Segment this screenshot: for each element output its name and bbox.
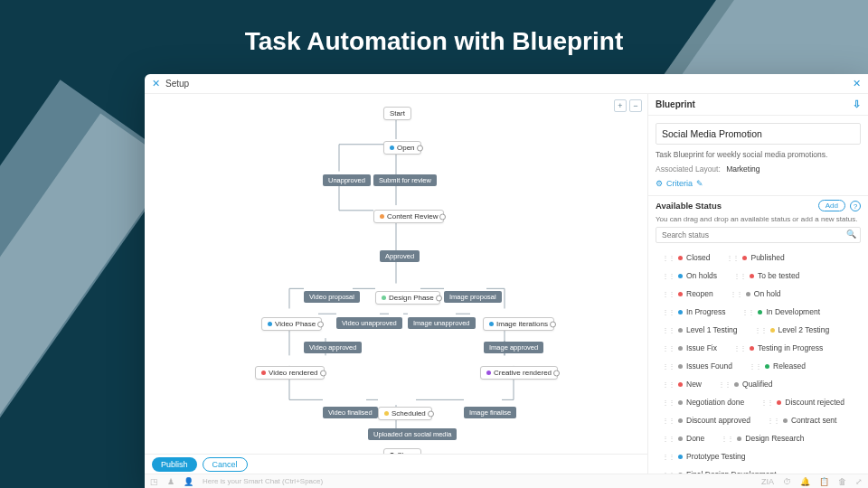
expand-icon[interactable]: ⤢ — [855, 477, 863, 486]
status-chip-label: Closed — [686, 253, 710, 262]
smart-chat-hint[interactable]: Here is your Smart Chat (Ctrl+Space) — [203, 477, 323, 485]
close-icon[interactable]: ✕ — [853, 78, 861, 89]
criteria-link[interactable]: Criteria — [666, 179, 693, 188]
download-icon[interactable]: ⇩ — [853, 99, 861, 110]
transition-label[interactable]: Video approved — [304, 342, 362, 353]
status-chip[interactable]: ⋮⋮Prototype Testing — [656, 449, 751, 464]
status-chip[interactable]: ⋮⋮New — [656, 377, 707, 391]
status-chip[interactable]: ⋮⋮Discount approved — [656, 413, 756, 427]
status-chip-label: On holds — [686, 271, 717, 280]
cancel-button[interactable]: Cancel — [203, 457, 248, 472]
status-chip[interactable]: ⋮⋮Issue Fix — [656, 341, 722, 355]
status-chip-label: Issue Fix — [686, 343, 717, 352]
clipboard-icon[interactable]: 📋 — [819, 477, 829, 486]
status-chip[interactable]: ⋮⋮In Development — [736, 305, 826, 319]
status-chip[interactable]: ⋮⋮Reopen — [656, 286, 719, 301]
flow-node-crender[interactable]: Creative rendered — [480, 366, 558, 380]
blueprint-name-input[interactable]: Social Media Promotion — [656, 123, 861, 145]
grip-icon: ⋮⋮ — [662, 308, 675, 316]
people-icon[interactable]: ♟ — [167, 477, 175, 486]
node-label: Video rendered — [269, 369, 318, 377]
status-chip[interactable]: ⋮⋮Final Design Development — [656, 467, 782, 474]
status-chip[interactable]: ⋮⋮Negotiation done — [656, 395, 750, 409]
blueprint-canvas[interactable]: + − StartOpenC — [145, 94, 647, 454]
status-chip[interactable]: ⋮⋮Done — [656, 431, 710, 446]
transition-label[interactable]: Video unapproved — [336, 317, 402, 329]
status-chip[interactable]: ⋮⋮Contract sent — [761, 413, 843, 427]
status-chip[interactable]: ⋮⋮Qualified — [712, 377, 778, 391]
status-chip[interactable]: ⋮⋮On hold — [724, 286, 787, 301]
status-chip-label: To be tested — [758, 271, 799, 280]
bottom-bar: ◳ ♟ 👤 Here is your Smart Chat (Ctrl+Spac… — [145, 474, 868, 488]
grip-icon: ⋮⋮ — [662, 362, 675, 371]
flow-node-iiter[interactable]: Image iterations — [483, 317, 554, 331]
grip-icon: ⋮⋮ — [662, 254, 675, 262]
canvas-panel: + − StartOpenC — [145, 94, 647, 474]
search-icon: 🔍 — [846, 230, 856, 239]
node-label: Content Review — [387, 212, 438, 221]
flow-node-sched[interactable]: Scheduled — [378, 407, 432, 420]
status-chip[interactable]: ⋮⋮Testing in Progress — [728, 341, 828, 355]
user-icon[interactable]: 👤 — [184, 477, 193, 486]
transition-label[interactable]: Image proposal — [444, 291, 502, 303]
flow-node-close[interactable]: Close — [383, 448, 421, 454]
status-chip-label: Design Research — [745, 434, 804, 443]
status-chip[interactable]: ⋮⋮On holds — [656, 268, 722, 283]
status-chip-label: Level 2 Testing — [778, 325, 830, 334]
node-label: Scheduled — [392, 409, 426, 418]
status-chip[interactable]: ⋮⋮Level 1 Testing — [656, 323, 743, 337]
status-color-dot — [758, 310, 762, 314]
bell-icon[interactable]: 🔔 — [800, 477, 810, 486]
transition-label[interactable]: Video proposal — [304, 291, 360, 303]
flow-node-start[interactable]: Start — [383, 107, 411, 120]
status-color-dot — [678, 400, 683, 405]
flow-node-vphase[interactable]: Video Phase — [261, 317, 322, 331]
trash-icon[interactable]: 🗑 — [838, 477, 846, 486]
zoom-out-button[interactable]: − — [629, 99, 642, 112]
grip-icon: ⋮⋮ — [662, 380, 675, 389]
status-color-dot — [750, 346, 754, 351]
grip-icon: ⋮⋮ — [662, 417, 675, 425]
add-status-button[interactable]: Add — [818, 200, 845, 211]
status-color-dot — [750, 274, 754, 278]
transition-label[interactable]: Image approved — [484, 342, 543, 353]
criteria-gear-icon[interactable] — [656, 179, 663, 188]
status-chip[interactable]: ⋮⋮Issues Found — [656, 359, 738, 373]
criteria-edit-icon[interactable] — [696, 179, 703, 188]
node-label: Image iterations — [496, 320, 548, 328]
status-chip-label: Testing in Progress — [758, 343, 823, 352]
status-chip[interactable]: ⋮⋮To be tested — [728, 268, 805, 283]
app-header: ✕ Setup ✕ — [145, 74, 868, 94]
status-color-dot — [678, 256, 683, 260]
transition-label[interactable]: Video finalised — [323, 407, 378, 418]
flow-node-design[interactable]: Design Phase — [375, 291, 440, 305]
transition-label[interactable]: Image finalise — [464, 407, 516, 418]
zia-icon[interactable]: ZIA — [761, 477, 774, 486]
status-chip[interactable]: ⋮⋮Published — [721, 250, 789, 265]
status-chip[interactable]: ⋮⋮Closed — [656, 250, 715, 265]
flow-node-review[interactable]: Content Review — [373, 210, 444, 223]
zoom-in-button[interactable]: + — [614, 99, 627, 112]
status-chip[interactable]: ⋮⋮In Progress — [656, 305, 731, 319]
timer-icon[interactable]: ⏱ — [783, 477, 791, 486]
flow-node-vrender[interactable]: Video rendered — [255, 366, 325, 380]
status-color-dot — [742, 256, 747, 260]
search-status-input[interactable] — [656, 227, 861, 243]
transition-label[interactable]: Submit for review — [373, 174, 437, 186]
transition-label[interactable]: Uploaded on social media — [368, 428, 457, 440]
grip-icon: ⋮⋮ — [662, 290, 675, 298]
status-color-dot — [678, 364, 683, 369]
status-chip-label: In Development — [766, 307, 820, 316]
status-chip[interactable]: ⋮⋮Level 2 Testing — [749, 323, 835, 337]
transition-label[interactable]: Unapproved — [323, 174, 371, 186]
transition-label[interactable]: Approved — [380, 250, 420, 262]
help-icon[interactable]: ? — [850, 201, 861, 211]
status-chip[interactable]: ⋮⋮Design Research — [715, 431, 809, 446]
status-color-dot — [765, 364, 769, 369]
flow-node-open[interactable]: Open — [383, 141, 421, 155]
transition-label[interactable]: Image unapproved — [408, 317, 476, 329]
feed-icon[interactable]: ◳ — [150, 477, 158, 486]
status-chip[interactable]: ⋮⋮Discount rejected — [755, 395, 850, 409]
status-chip[interactable]: ⋮⋮Released — [743, 359, 811, 373]
publish-button[interactable]: Publish — [152, 457, 197, 472]
